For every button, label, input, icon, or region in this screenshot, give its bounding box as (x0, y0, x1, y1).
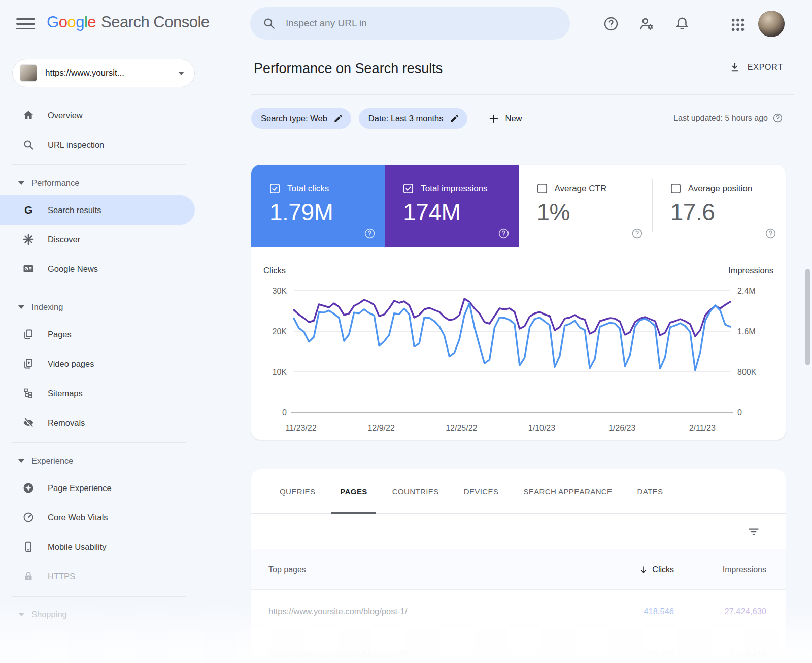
search-icon (22, 138, 35, 151)
svg-text:12/25/22: 12/25/22 (446, 424, 477, 432)
sidebar: https://www.yoursit... Overview URL insp… (0, 48, 235, 663)
chip-date-range[interactable]: Date: Last 3 months (359, 108, 467, 129)
svg-text:1/26/23: 1/26/23 (608, 424, 635, 432)
dimensions-card: QUERIES PAGES COUNTRIES DEVICES SEARCH A… (251, 469, 786, 663)
notifications-bell-icon[interactable] (674, 16, 690, 32)
metric-value: 1.79M (269, 198, 385, 226)
column-header-clicks[interactable]: Clicks (557, 565, 674, 574)
svg-text:800K: 800K (737, 368, 757, 376)
app-logo[interactable]: GoogleSearch Console (47, 13, 210, 31)
metric-value: 17.6 (670, 198, 786, 226)
sidebar-item-page-experience[interactable]: Page Experience (0, 473, 235, 503)
svg-text:12/9/22: 12/9/22 (367, 424, 394, 432)
svg-text:Clicks: Clicks (263, 266, 286, 275)
tab-pages[interactable]: PAGES (340, 469, 367, 514)
table-header-row: Top pages Clicks Impressions (251, 549, 786, 590)
sidebar-item-url-inspection[interactable]: URL inspection (0, 130, 235, 159)
sidebar-item-https[interactable]: HTTPS (0, 562, 235, 591)
news-icon (22, 263, 35, 275)
svg-text:2/11/23: 2/11/23 (689, 424, 716, 432)
metric-value: 1% (537, 198, 652, 226)
checkbox-unchecked-icon[interactable] (537, 183, 548, 194)
svg-text:1.6M: 1.6M (737, 327, 756, 336)
metric-tile-total-impressions[interactable]: Total impressions 174M (385, 165, 518, 247)
svg-text:20K: 20K (273, 327, 287, 336)
sitemaps-tree-icon (22, 387, 35, 399)
video-pages-icon (22, 358, 35, 370)
page-scrollbar[interactable] (805, 269, 810, 365)
menu-hamburger-icon[interactable] (16, 17, 36, 31)
help-icon[interactable] (772, 113, 783, 123)
svg-text:Impressions: Impressions (728, 266, 773, 275)
metric-tile-average-position[interactable]: Average position 17.6 (652, 165, 786, 247)
collapse-caret-icon (18, 305, 24, 309)
user-settings-icon[interactable] (638, 16, 655, 32)
sidebar-nav: Overview URL inspection Performance G Se… (0, 100, 235, 627)
sidebar-item-overview[interactable]: Overview (0, 100, 235, 130)
page-title: Performance on Search results (254, 61, 443, 77)
sidebar-item-search-results[interactable]: G Search results (0, 195, 195, 225)
page-url[interactable]: https://www.yoursite.com/blog/post-2/ (251, 650, 557, 659)
sidebar-section-indexing[interactable]: Indexing (0, 294, 235, 320)
svg-text:30K: 30K (273, 287, 287, 295)
sidebar-section-shopping[interactable]: Shopping (0, 602, 235, 627)
search-icon (262, 17, 276, 30)
filter-chip-bar: Search type: Web Date: Last 3 months New (251, 108, 522, 129)
filter-icon[interactable] (747, 525, 760, 538)
sidebar-item-mobile-usability[interactable]: Mobile Usability (0, 532, 235, 562)
tab-queries[interactable]: QUERIES (280, 469, 315, 514)
sidebar-item-core-web-vitals[interactable]: Core Web Vitals (0, 503, 235, 532)
sidebar-item-removals[interactable]: Removals (0, 408, 235, 437)
table-row[interactable]: https://www.yoursite.com/blog/post-2/ 59… (251, 633, 786, 663)
top-app-bar: GoogleSearch Console (0, 0, 812, 48)
google-g-icon: G (22, 204, 35, 216)
chevron-down-icon (178, 72, 184, 75)
google-logo: Google (47, 13, 96, 31)
metric-tile-average-ctr[interactable]: Average CTR 1% (519, 165, 652, 247)
table-row[interactable]: https://www.yoursite.com/blog/post-1/ 41… (251, 590, 786, 633)
property-selector[interactable]: https://www.yoursit... (12, 59, 195, 87)
account-avatar[interactable] (758, 11, 785, 37)
smartphone-icon (22, 541, 35, 553)
tab-dates[interactable]: DATES (637, 469, 663, 514)
property-favicon (20, 64, 37, 82)
impressions-value: 2,166,416 (674, 650, 786, 659)
tab-countries[interactable]: COUNTRIES (392, 469, 439, 514)
help-icon[interactable] (765, 228, 776, 239)
metric-tile-total-clicks[interactable]: Total clicks 1.79M (251, 165, 385, 247)
tab-search-appearance[interactable]: SEARCH APPEARANCE (523, 469, 612, 514)
tab-devices[interactable]: DEVICES (464, 469, 499, 514)
sidebar-item-sitemaps[interactable]: Sitemaps (0, 378, 235, 408)
url-inspect-input[interactable] (286, 18, 558, 29)
help-icon[interactable] (603, 16, 619, 32)
svg-text:11/23/22: 11/23/22 (285, 424, 316, 432)
checkbox-checked-icon[interactable] (269, 183, 280, 194)
export-button[interactable]: EXPORT (729, 62, 783, 73)
new-filter-button[interactable]: New (488, 113, 522, 124)
property-url: https://www.yoursit... (45, 68, 178, 78)
chip-search-type[interactable]: Search type: Web (251, 108, 351, 129)
checkbox-checked-icon[interactable] (403, 183, 414, 194)
sidebar-item-video-pages[interactable]: Video pages (0, 349, 235, 378)
table-toolbar (251, 514, 786, 549)
google-apps-grid-icon[interactable] (730, 17, 746, 33)
divider (251, 94, 794, 95)
sidebar-item-google-news[interactable]: Google News (0, 254, 235, 284)
help-icon[interactable] (498, 228, 510, 239)
sidebar-section-experience[interactable]: Experience (0, 448, 235, 473)
page-url[interactable]: https://www.yoursite.com/blog/post-1/ (251, 607, 557, 616)
collapse-caret-icon (18, 181, 24, 185)
url-inspect-searchbar[interactable] (250, 7, 570, 40)
sidebar-item-discover[interactable]: Discover (0, 225, 235, 254)
sidebar-section-performance[interactable]: Performance (0, 170, 235, 195)
column-header-impressions[interactable]: Impressions (674, 565, 786, 574)
speedometer-icon (22, 511, 35, 524)
svg-text:0: 0 (737, 408, 742, 417)
checkbox-unchecked-icon[interactable] (670, 183, 681, 194)
active-tab-underline (331, 512, 376, 514)
column-header-top-pages[interactable]: Top pages (251, 565, 557, 574)
sidebar-item-pages[interactable]: Pages (0, 320, 235, 349)
help-icon[interactable] (631, 228, 643, 239)
help-icon[interactable] (364, 228, 376, 239)
pages-copy-icon (22, 328, 35, 340)
